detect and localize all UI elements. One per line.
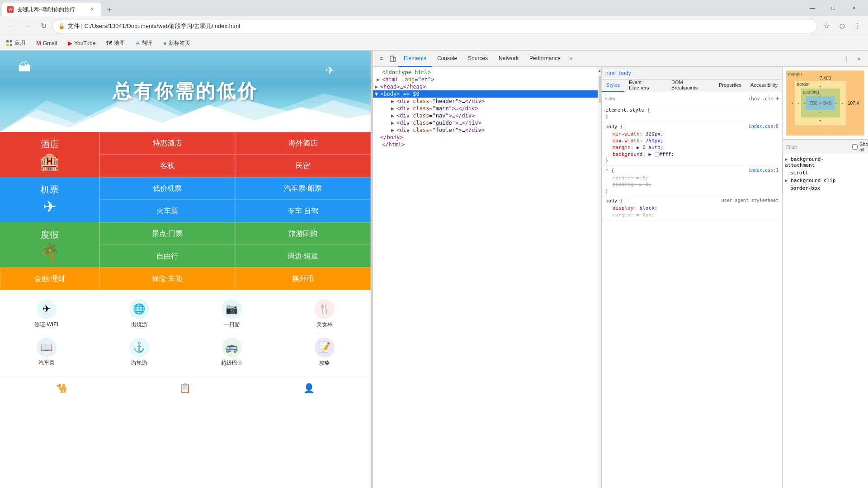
style-rule-useragent: body { user agent stylesheet display: bl… xyxy=(602,196,782,221)
dom-line-doctype[interactable]: <!doctype html> xyxy=(373,69,598,76)
icon-item-qichepiao[interactable]: 📖 汽车票 xyxy=(0,333,93,371)
new-tab-button[interactable]: + xyxy=(103,4,116,16)
vacation-cell-ziyou[interactable]: 自由行 xyxy=(99,245,235,267)
bookmark-button[interactable]: ☆ xyxy=(819,19,834,33)
back-button[interactable]: ← xyxy=(4,19,18,33)
tab-elements[interactable]: Elements xyxy=(398,51,432,67)
bookmark-gmail[interactable]: M Gmail xyxy=(33,39,60,47)
flight-cell-zhuan[interactable]: 专车·自驾 xyxy=(235,200,371,222)
devtools-body: <!doctype html> ▶<html lang="en"> ▶<head… xyxy=(373,67,868,488)
hotel-section: 酒店 🏨 特惠酒店 海外酒店 客栈 民宿 xyxy=(0,132,371,177)
finance-cell-huanwaib[interactable]: 换外币 xyxy=(235,267,371,290)
dom-line-header[interactable]: ▶<div class="header">…</div> xyxy=(373,98,598,105)
cls-toggle[interactable]: .cls xyxy=(762,96,774,102)
scroll-thumb[interactable] xyxy=(599,76,601,103)
tab-console[interactable]: Console xyxy=(432,51,462,67)
flight-cell-dijia[interactable]: 低价机票 xyxy=(99,177,235,200)
hotel-cell-kezhan[interactable]: 客栈 xyxy=(99,155,235,177)
icon-item-qianzheng[interactable]: ✈ 签证·WIFI xyxy=(0,295,93,333)
bookmark-translate[interactable]: A 翻译 xyxy=(133,38,155,48)
dom-line-head[interactable]: ▶<head>…</head> xyxy=(373,83,598,90)
title-bar: 去 去哪儿网--聪明你的旅行 × + — □ × xyxy=(0,0,868,16)
bookmark-apps[interactable]: 应用 xyxy=(4,38,28,48)
account-button[interactable]: ⊙ xyxy=(835,19,849,33)
styles-content[interactable]: :hov .cls + element.style { } bod xyxy=(602,92,782,488)
dom-line-html-close[interactable]: </html> xyxy=(373,141,598,148)
rule-source-star[interactable]: index.css:1 xyxy=(749,168,778,174)
margin-left-value: - xyxy=(792,101,793,106)
icon-item-youlunyou[interactable]: ⚓ 游轮游 xyxy=(93,333,185,371)
dom-tree-panel[interactable]: <!doctype html> ▶<html lang="en"> ▶<head… xyxy=(373,67,598,488)
address-bar[interactable]: 🔒 文件 | C:/Users/13041/Documents/web前段学习/… xyxy=(52,19,817,33)
window-controls: — □ × xyxy=(798,0,868,16)
vacation-cell-jingdian[interactable]: 景点·门票 xyxy=(99,222,235,245)
forward-button[interactable]: → xyxy=(20,19,34,33)
flight-cell-huoche[interactable]: 火车票 xyxy=(99,200,235,222)
vacation-cell-tuangou[interactable]: 旅游团购 xyxy=(235,222,371,245)
bottom-nav-profile[interactable]: 👤 xyxy=(247,376,371,399)
flight-cell-qiche[interactable]: 汽车票·船票 xyxy=(235,177,371,200)
show-all-checkbox[interactable] xyxy=(852,144,858,150)
devtools-close-button[interactable]: × xyxy=(854,53,864,64)
more-prop-border-box[interactable]: border-box xyxy=(785,184,849,192)
hover-toggle[interactable]: :hov xyxy=(748,96,760,102)
more-prop-scroll[interactable]: scroll xyxy=(785,169,849,177)
tab-performance[interactable]: Performance xyxy=(524,51,566,67)
hotel-main-button[interactable]: 酒店 🏨 xyxy=(0,132,99,177)
styles-tab-properties[interactable]: Properties xyxy=(714,79,746,92)
active-tab[interactable]: 去 去哪儿网--聪明你的旅行 × xyxy=(2,3,101,16)
reload-button[interactable]: ↻ xyxy=(36,19,51,33)
more-prop-bg-clip[interactable]: ▶ background-clip xyxy=(785,177,849,184)
tab-network[interactable]: Network xyxy=(493,51,524,67)
add-style-button[interactable]: + xyxy=(776,95,779,102)
dom-line-guide[interactable]: ▶<div class="guide">…</div> xyxy=(373,119,598,127)
bookmark-maps[interactable]: 🗺 地图 xyxy=(104,38,127,48)
breadcrumb-html[interactable]: html xyxy=(605,70,616,76)
bottom-nav-home[interactable]: 🐪 xyxy=(0,376,123,399)
tab-sources[interactable]: Sources xyxy=(462,51,493,67)
minimize-button[interactable]: — xyxy=(802,0,823,16)
devtools-device-toggle[interactable] xyxy=(387,53,398,64)
hotel-cell-tejia[interactable]: 特惠酒店 xyxy=(99,132,235,155)
bookmark-youtube[interactable]: ▶ YouTube xyxy=(65,39,98,47)
devtools-scroll-left[interactable] xyxy=(377,53,387,64)
dom-line-body-close[interactable]: </body> xyxy=(373,134,598,141)
more-properties-panel[interactable]: ▶ background-attachment scroll ▶ backgro… xyxy=(783,154,850,194)
dom-line-html[interactable]: ▶<html lang="en"> xyxy=(373,76,598,83)
menu-button[interactable]: ⋮ xyxy=(850,19,864,33)
hotel-cell-minsu[interactable]: 民宿 xyxy=(235,155,371,177)
flight-main-button[interactable]: 机票 ✈ xyxy=(0,177,99,222)
icon-item-gonglue[interactable]: 📝 攻略 xyxy=(278,333,371,371)
bottom-nav-orders[interactable]: 📋 xyxy=(123,376,247,399)
dom-line-body[interactable]: ▼<body> == $0 xyxy=(373,90,598,98)
icon-item-chujing[interactable]: 🌐 出境游 xyxy=(93,295,185,333)
dom-line-nav[interactable]: ▶<div class="nav">…</div> xyxy=(373,112,598,119)
vacation-main-button[interactable]: 度假 🌴 xyxy=(0,222,99,267)
devtools-settings-button[interactable]: ⋮ xyxy=(841,53,852,64)
rule-source-body1[interactable]: index.css:8 xyxy=(749,124,778,131)
tab-more[interactable]: » xyxy=(566,51,576,67)
bookmark-newtab[interactable]: ● 新标签页 xyxy=(160,38,193,48)
vacation-cell-zhoubian[interactable]: 周边·短途 xyxy=(235,245,371,267)
finance-cell-baoxian[interactable]: 保险·车险 xyxy=(99,267,235,290)
qichepiao-icon: 📖 xyxy=(37,338,57,357)
styles-filter-input[interactable] xyxy=(604,94,746,103)
maximize-button[interactable]: □ xyxy=(823,0,844,16)
styles-tab-event-listeners[interactable]: Event Listeners xyxy=(624,79,667,92)
dom-line-main[interactable]: ▶<div class="main">…</div> xyxy=(373,105,598,112)
icon-item-meishi[interactable]: 🍴 美食林 xyxy=(278,295,371,333)
hotel-cell-haiwai[interactable]: 海外酒店 xyxy=(235,132,371,155)
tab-close-button[interactable]: × xyxy=(89,6,96,13)
icon-item-chaojibashi[interactable]: 🚌 超级巴士 xyxy=(185,333,278,371)
styles-tab-styles[interactable]: Styles xyxy=(602,79,624,92)
styles-tab-dom-breakpoints[interactable]: DOM Breakpoints xyxy=(667,79,714,92)
styles-tab-accessibility[interactable]: Accessibility xyxy=(746,79,782,92)
bottom-filter-input[interactable] xyxy=(786,142,849,151)
icon-item-yiri[interactable]: 📷 一日游 xyxy=(185,295,278,333)
breadcrumb-body[interactable]: body xyxy=(619,70,631,76)
finance-cell-jinrong[interactable]: 金融·理财 xyxy=(0,267,99,290)
dom-line-footer[interactable]: ▶<div class="footer">…</div> xyxy=(373,127,598,134)
more-prop-bg-attachment[interactable]: ▶ background-attachment xyxy=(785,155,849,169)
close-button[interactable]: × xyxy=(844,0,864,16)
dom-tree-scrollbar[interactable]: ▲ xyxy=(598,67,601,488)
